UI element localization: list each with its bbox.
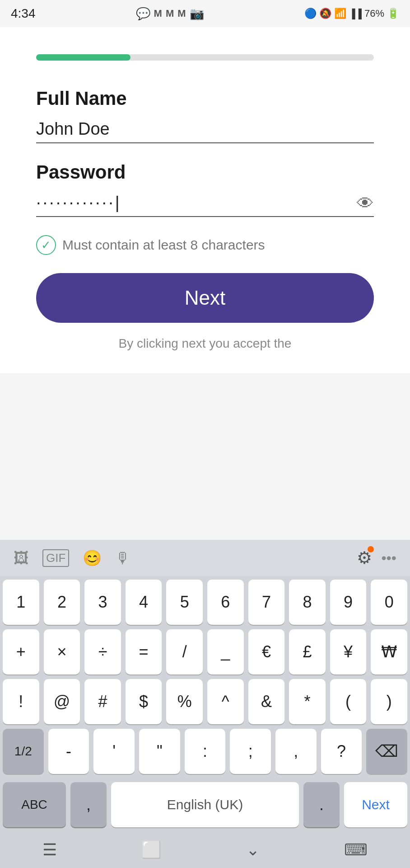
mic-icon[interactable]: 🎙 [115,549,130,567]
key-5[interactable]: 5 [166,580,203,625]
password-hint-text: Must contain at least 8 characters [62,237,265,253]
keyboard-row-2: + × ÷ = / _ € £ ¥ ₩ [3,629,407,675]
nav-keyboard-icon[interactable]: ⌨ [344,840,368,859]
toggle-password-icon[interactable]: 👁 [357,193,374,213]
key-times[interactable]: × [44,629,80,675]
key-plus[interactable]: + [3,629,39,675]
more-options-icon[interactable]: ••• [381,550,396,566]
password-input-wrapper: 👁 [36,189,374,217]
keyboard-area: 🖼 GIF 😊 🎙 ⚙ ••• 1 2 3 4 5 6 7 8 9 0 [0,540,410,868]
gmail-icon-3: M [177,8,186,19]
key-6[interactable]: 6 [207,580,244,625]
key-2[interactable]: 2 [44,580,80,625]
key-exclaim[interactable]: ! [3,679,39,724]
status-bar: 4:34 💬 M M M 📷 🔵 🔕 📶 ▐▐ 76% 🔋 [0,0,410,27]
key-apostrophe[interactable]: ' [93,729,135,774]
key-3[interactable]: 3 [84,580,121,625]
bluetooth-icon: 🔵 [304,8,317,19]
gmail-icon-2: M [166,8,174,19]
key-lparen[interactable]: ( [330,679,367,724]
gif-icon[interactable]: GIF [42,549,69,567]
key-comma-sym[interactable]: , [275,729,317,774]
nav-back-icon[interactable]: ⌄ [246,840,260,859]
progress-bar-fill [36,54,130,61]
key-star[interactable]: * [289,679,326,724]
main-content: Full Name Password 👁 ✓ Must contain at l… [0,27,410,373]
notification-dot [368,546,374,552]
nav-bar: ☰ ⬜ ⌄ ⌨ [0,832,410,868]
key-colon[interactable]: : [185,729,226,774]
key-at[interactable]: @ [44,679,80,724]
key-space-bar[interactable]: English (UK) [111,782,299,827]
key-dollar[interactable]: $ [126,679,162,724]
key-rparen[interactable]: ) [371,679,407,724]
key-bottom-comma[interactable]: , [70,782,107,827]
full-name-input[interactable] [36,116,374,143]
key-semicolon[interactable]: ; [230,729,271,774]
key-divide[interactable]: ÷ [84,629,121,675]
check-icon: ✓ [36,235,56,255]
key-7[interactable]: 7 [248,580,285,625]
key-0[interactable]: 0 [371,580,407,625]
emoji-icon[interactable]: 😊 [83,549,102,567]
key-pound[interactable]: £ [289,629,326,675]
keyboard-bottom-row: ABC , English (UK) . Next [0,778,410,832]
mute-icon: 🔕 [319,8,331,19]
key-rows: 1 2 3 4 5 6 7 8 9 0 + × ÷ = / _ € £ ¥ ₩ … [0,576,410,774]
status-app-icons: 💬 M M M 📷 [136,7,204,21]
key-euro[interactable]: € [248,629,285,675]
messenger-icon: 💬 [136,7,150,21]
key-quote[interactable]: " [139,729,180,774]
key-ampersand[interactable]: & [248,679,285,724]
password-label: Password [36,161,374,183]
keyboard-row-3: ! @ # $ % ^ & * ( ) [3,679,407,724]
full-name-label: Full Name [36,88,374,109]
keyboard-next-button[interactable]: Next [344,782,407,827]
key-abc-button[interactable]: ABC [3,782,66,827]
key-yen[interactable]: ¥ [330,629,367,675]
nav-home-icon[interactable]: ⬜ [141,840,162,859]
key-period-button[interactable]: . [303,782,340,827]
battery-percent: 76% [364,8,384,19]
key-caret[interactable]: ^ [207,679,244,724]
key-percent[interactable]: % [166,679,203,724]
full-name-input-wrapper [36,116,374,143]
settings-icon[interactable]: ⚙ [357,548,372,568]
key-1[interactable]: 1 [3,580,39,625]
key-half[interactable]: 1/2 [3,729,44,774]
key-equals[interactable]: = [126,629,162,675]
toolbar-left-icons: 🖼 GIF 😊 🎙 [14,549,130,567]
battery-icon: 🔋 [387,8,399,19]
gmail-icon-1: M [154,8,162,19]
password-input[interactable] [36,189,374,217]
toolbar-right-icons: ⚙ ••• [357,548,396,568]
key-question[interactable]: ? [321,729,362,774]
keyboard-row-1: 1 2 3 4 5 6 7 8 9 0 [3,580,407,625]
key-9[interactable]: 9 [330,580,367,625]
key-8[interactable]: 8 [289,580,326,625]
key-hash[interactable]: # [84,679,121,724]
key-won[interactable]: ₩ [371,629,407,675]
key-underscore[interactable]: _ [207,629,244,675]
status-time: 4:34 [11,6,36,21]
wifi-icon: 📶 [334,8,346,19]
next-button[interactable]: Next [36,273,374,323]
terms-text: By clicking next you accept the [36,336,374,360]
nav-menu-icon[interactable]: ☰ [42,840,57,859]
sticker-icon[interactable]: 🖼 [14,549,29,567]
key-4[interactable]: 4 [126,580,162,625]
camera-icon: 📷 [190,7,204,21]
status-right-icons: 🔵 🔕 📶 ▐▐ 76% 🔋 [304,8,399,19]
progress-bar-container [36,54,374,61]
signal-icon: ▐▐ [349,9,362,19]
keyboard-toolbar: 🖼 GIF 😊 🎙 ⚙ ••• [0,540,410,576]
password-hint-row: ✓ Must contain at least 8 characters [36,235,374,255]
key-slash[interactable]: / [166,629,203,675]
keyboard-row-4: 1/2 - ' " : ; , ? ⌫ [3,729,407,774]
key-minus[interactable]: - [48,729,89,774]
key-backspace[interactable]: ⌫ [366,729,407,774]
